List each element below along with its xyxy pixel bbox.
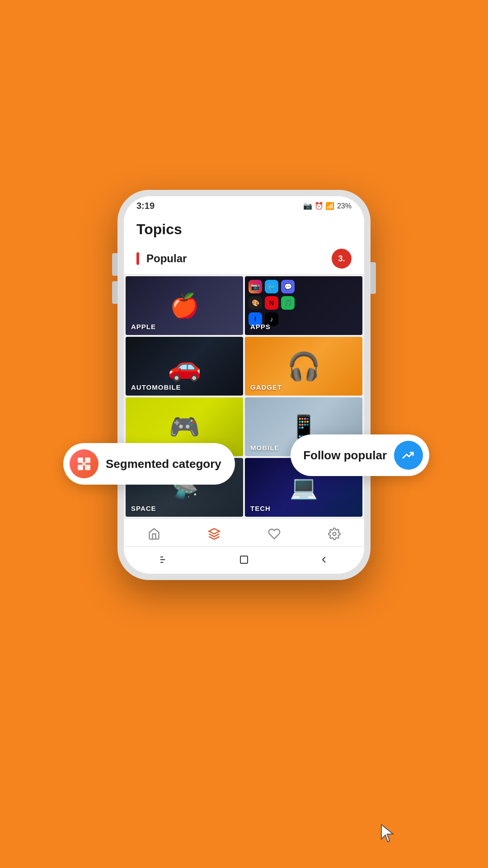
topic-card-apps[interactable]: 📷 🐦 💬 🎨 N 🎵 f ♪ APPS xyxy=(245,276,362,335)
headphones-emoji: 🎧 xyxy=(287,350,321,382)
svg-rect-10 xyxy=(240,556,248,563)
status-time: 3:19 xyxy=(136,201,155,211)
icon-figma: 🎨 xyxy=(249,296,262,310)
topic-card-automobile[interactable]: 🚗 AUTOMOBILE xyxy=(126,337,243,396)
icon-netflix: N xyxy=(265,296,278,310)
android-nav xyxy=(124,546,364,574)
battery-text: 23% xyxy=(337,202,352,210)
popular-row[interactable]: Popular 3. xyxy=(124,243,364,274)
phone-mockup: Segmented category 3:19 📷 ⏰ 📶 23% Topics xyxy=(117,190,371,580)
app-header: Topics xyxy=(124,214,364,243)
topic-label-space: SPACE xyxy=(131,505,156,512)
svg-point-6 xyxy=(333,533,336,536)
topic-label-gadget: GADGET xyxy=(250,383,282,391)
vol-up xyxy=(112,253,117,276)
tech-emoji: 💻 xyxy=(290,474,318,500)
topic-card-apple[interactable]: 🍎 APPLE xyxy=(126,276,243,335)
topic-label-apple: APPLE xyxy=(131,323,156,330)
follow-label: Follow popular xyxy=(303,448,387,462)
nav-home[interactable] xyxy=(146,526,162,542)
svg-point-4 xyxy=(82,462,86,466)
segmented-icon-circle xyxy=(70,449,99,478)
phone-screen: 3:19 📷 ⏰ 📶 23% Topics Popular 3. xyxy=(124,196,364,574)
app-icons-container: 📷 🐦 💬 🎨 N 🎵 f ♪ xyxy=(245,276,362,330)
svg-rect-1 xyxy=(85,458,90,463)
icon-discord: 💬 xyxy=(281,280,295,293)
segmented-label: Segmented category xyxy=(106,457,221,471)
svg-rect-0 xyxy=(78,458,83,463)
svg-rect-2 xyxy=(78,465,83,470)
nav-layers[interactable] xyxy=(206,526,222,542)
svg-rect-3 xyxy=(85,465,90,470)
icon-instagram: 📷 xyxy=(249,280,262,293)
follow-icon-circle xyxy=(394,441,423,470)
phone-outer: 3:19 📷 ⏰ 📶 23% Topics Popular 3. xyxy=(117,190,371,580)
topic-card-gadget[interactable]: 🎧 GADGET xyxy=(245,337,362,396)
topic-label-apps: APPS xyxy=(250,323,271,330)
controller-emoji: 🎮 xyxy=(169,412,200,442)
popular-indicator xyxy=(136,252,139,265)
trending-icon xyxy=(400,447,417,463)
popular-label: Popular xyxy=(146,252,324,265)
icon-spotify: 🎵 xyxy=(281,296,295,310)
app-title: Topics xyxy=(136,221,182,237)
vol-down xyxy=(112,281,117,304)
power-button xyxy=(371,262,376,294)
nav-settings[interactable] xyxy=(327,526,342,542)
mouse-cursor xyxy=(380,823,398,841)
svg-marker-5 xyxy=(209,528,219,534)
android-recents-btn[interactable] xyxy=(317,553,331,566)
bottom-nav xyxy=(124,519,364,546)
topic-label-automobile: AUTOMOBILE xyxy=(131,383,181,391)
tooltip-segmented: Segmented category xyxy=(63,443,235,485)
android-back-btn[interactable] xyxy=(157,553,171,566)
status-icons: 📷 ⏰ 📶 23% xyxy=(303,202,352,210)
volume-buttons xyxy=(112,253,117,304)
status-bar: 3:19 📷 ⏰ 📶 23% xyxy=(124,196,364,214)
topic-label-mobile: MOBILE xyxy=(250,444,279,452)
badge-count: 3. xyxy=(332,249,352,269)
puzzle-icon xyxy=(76,456,92,472)
android-home-btn[interactable] xyxy=(237,553,251,566)
topic-label-tech: TECH xyxy=(250,505,271,512)
nav-heart[interactable] xyxy=(267,526,282,542)
icon-twitter: 🐦 xyxy=(265,280,278,293)
tooltip-follow: Follow popular xyxy=(291,434,429,476)
